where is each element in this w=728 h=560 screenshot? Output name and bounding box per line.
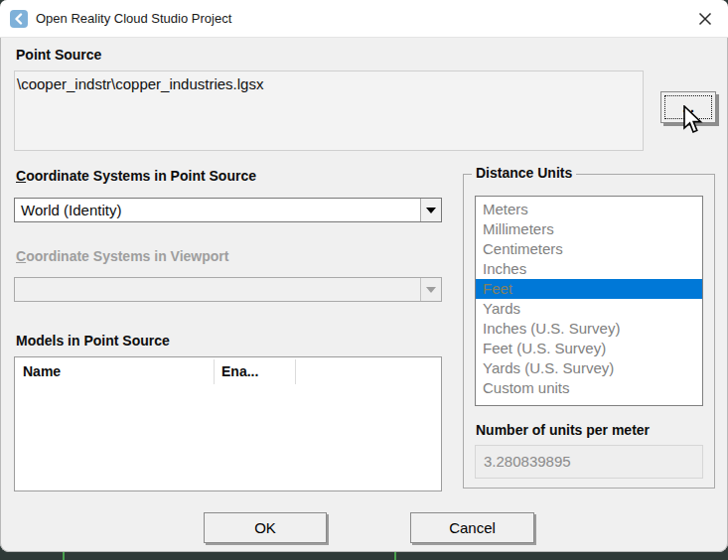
background-timeline-tick (63, 552, 65, 560)
models-list[interactable]: Name Ena... (14, 356, 442, 491)
cancel-button[interactable]: Cancel (410, 512, 534, 543)
combobox-dropdown-button (420, 278, 441, 301)
point-source-label: Point Source (16, 47, 101, 63)
column-separator[interactable] (295, 359, 296, 384)
combobox-dropdown-button[interactable] (420, 199, 441, 221)
background-timeline-tick (394, 552, 396, 560)
distance-units-list[interactable]: Meters Millimeters Centimeters Inches Fe… (475, 196, 703, 406)
units-per-meter-label: Number of units per meter (476, 422, 650, 438)
coord-systems-point-source-combobox[interactable]: World (Identity) (14, 198, 442, 222)
coord-systems-viewport-label: Coordinate Systems in Viewport (16, 248, 228, 264)
units-per-meter-field: 3.280839895 (475, 445, 703, 479)
ok-button[interactable]: OK (204, 512, 327, 543)
unit-option-millimeters[interactable]: Millimeters (476, 219, 702, 239)
dialog-title: Open Reality Cloud Studio Project (36, 0, 231, 38)
unit-option-custom-units[interactable]: Custom units (476, 378, 702, 398)
title-bar: Open Reality Cloud Studio Project (0, 0, 728, 38)
distance-units-group: Distance Units Meters Millimeters Centim… (463, 174, 715, 489)
back-chevron-icon (10, 10, 28, 28)
chevron-down-icon (426, 287, 436, 293)
close-icon (698, 12, 712, 26)
distance-units-label: Distance Units (472, 165, 576, 181)
unit-option-yards-us-survey[interactable]: Yards (U.S. Survey) (476, 358, 702, 378)
unit-option-yards[interactable]: Yards (476, 299, 702, 319)
models-label: Models in Point Source (16, 333, 170, 349)
unit-option-meters[interactable]: Meters (476, 200, 702, 219)
coord-systems-point-source-label: Coordinate Systems in Point Source (16, 168, 256, 184)
combobox-value: World (Identity) (21, 199, 121, 221)
unit-option-feet-selected[interactable]: Feet (476, 279, 702, 299)
unit-option-inches-us-survey[interactable]: Inches (U.S. Survey) (476, 319, 702, 339)
close-button[interactable] (692, 7, 718, 31)
column-header-name[interactable]: Name (15, 357, 214, 386)
unit-option-feet-us-survey[interactable]: Feet (U.S. Survey) (476, 339, 702, 358)
models-list-header: Name Ena... (15, 357, 441, 386)
open-project-dialog: Open Reality Cloud Studio Project Point … (0, 0, 728, 552)
arrow-cursor-icon (682, 105, 706, 137)
chevron-down-icon (426, 208, 436, 213)
column-header-enabled[interactable]: Ena... (214, 357, 295, 386)
unit-option-centimeters[interactable]: Centimeters (476, 239, 702, 259)
point-source-path-field[interactable]: \cooper_indstr\copper_industries.lgsx (14, 70, 644, 151)
unit-option-inches[interactable]: Inches (476, 259, 702, 279)
coord-systems-viewport-combobox (14, 277, 442, 302)
